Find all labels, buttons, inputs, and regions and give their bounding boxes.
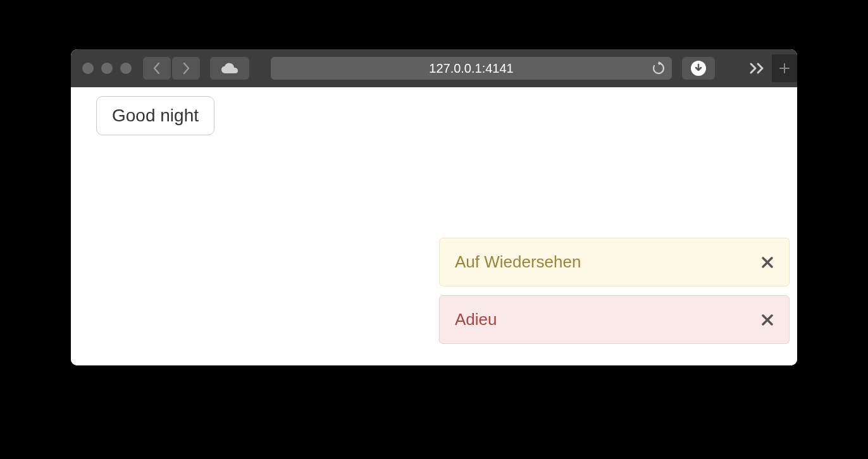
- close-window-button[interactable]: [82, 63, 94, 74]
- toast-error: Adieu: [439, 295, 790, 344]
- reload-button[interactable]: [652, 61, 666, 75]
- reload-icon: [652, 61, 666, 75]
- page-content: Good night Auf Wiedersehen Adieu: [71, 87, 797, 365]
- browser-window: 127.0.0.1:4141 Good night Auf Wiedersehe…: [71, 49, 797, 365]
- double-chevron-right-icon: [749, 62, 767, 75]
- address-text: 127.0.0.1:4141: [429, 61, 513, 76]
- goodnight-button[interactable]: Good night: [96, 96, 214, 135]
- download-icon: [691, 61, 706, 76]
- back-button[interactable]: [143, 57, 171, 80]
- chevron-right-icon: [182, 62, 190, 75]
- chevron-left-icon: [152, 62, 161, 75]
- forward-button[interactable]: [172, 57, 200, 80]
- nav-buttons: [143, 57, 200, 80]
- plus-icon: [778, 62, 791, 75]
- toast-warning: Auf Wiedersehen: [439, 238, 790, 286]
- maximize-window-button[interactable]: [120, 63, 132, 74]
- toast-message: Adieu: [455, 310, 497, 329]
- browser-toolbar: 127.0.0.1:4141: [71, 49, 797, 87]
- close-icon[interactable]: [761, 314, 774, 326]
- cloud-icon: [220, 62, 239, 75]
- cloud-button[interactable]: [210, 57, 249, 80]
- tabs-overflow-button[interactable]: [749, 62, 767, 75]
- toast-container: Auf Wiedersehen Adieu: [439, 238, 790, 344]
- window-controls: [82, 63, 132, 74]
- address-bar[interactable]: 127.0.0.1:4141: [271, 57, 672, 80]
- new-tab-button[interactable]: [772, 54, 797, 82]
- close-icon[interactable]: [761, 256, 774, 269]
- minimize-window-button[interactable]: [101, 63, 113, 74]
- toast-message: Auf Wiedersehen: [455, 252, 581, 272]
- downloads-button[interactable]: [682, 57, 715, 80]
